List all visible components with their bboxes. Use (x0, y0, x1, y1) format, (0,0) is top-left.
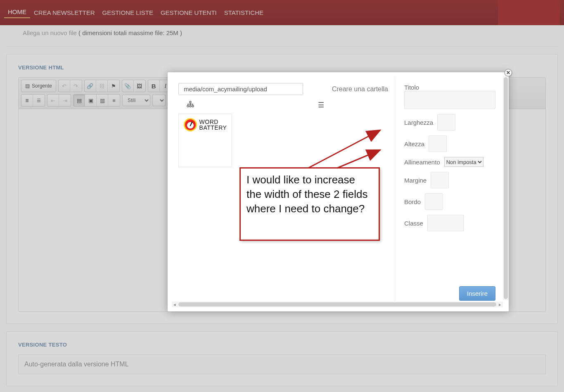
label-width: Larghezza (404, 119, 433, 126)
nav-home[interactable]: HOME (4, 7, 30, 18)
label-class: Classe (404, 220, 423, 227)
anchor-button[interactable]: ⚑ (108, 80, 119, 92)
media-properties-panel: Titolo Larghezza Altezza Allineamento No… (395, 76, 505, 307)
thumb-brand-bottom: BATTERY (199, 125, 227, 131)
link-button[interactable]: 🔗 (85, 80, 96, 92)
width-input[interactable] (437, 114, 455, 131)
modal-close-button[interactable]: ✕ (505, 69, 512, 76)
tree-icon[interactable] (187, 101, 194, 109)
media-modal: ✕ media/com_acymailing/upload Creare una… (168, 72, 509, 311)
redo-button[interactable]: ↷ (70, 80, 82, 92)
source-button[interactable]: ▤ Sorgente (21, 80, 56, 92)
svg-point-1 (187, 105, 189, 107)
attachment-button[interactable]: 📎 (122, 80, 134, 92)
height-input[interactable] (429, 135, 447, 152)
format-select[interactable]: No (152, 95, 166, 106)
nav-gestione-liste[interactable]: GESTIONE LISTE (99, 8, 157, 17)
undo-button[interactable]: ↶ (59, 80, 70, 92)
align-right-button[interactable]: ▥ (97, 95, 108, 106)
source-icon: ▤ (25, 83, 30, 89)
list-view-icon[interactable]: ☰ (318, 101, 324, 109)
styles-select[interactable]: Stili (122, 95, 150, 106)
outdent-button[interactable]: ⇤ (47, 95, 59, 106)
label-align: Allineamento (404, 159, 440, 166)
modal-horizontal-scrollbar[interactable]: ◂ ▸ (172, 302, 503, 307)
svg-point-3 (192, 105, 194, 107)
label-margin: Margine (404, 177, 427, 184)
svg-point-2 (190, 105, 191, 107)
nav-crea-newsletter[interactable]: CREA NEWSLETTER (30, 8, 99, 17)
bulleted-list-button[interactable]: ☰ (33, 95, 45, 106)
attach-link[interactable]: Allega un nuovo file (23, 29, 77, 36)
border-input[interactable] (425, 193, 443, 210)
create-folder-link[interactable]: Creare una cartella (332, 86, 388, 93)
thumb-brand-top: WORD (199, 119, 227, 125)
svg-line-5 (337, 150, 380, 168)
text-version-body: Auto-generata dalla versione HTML (18, 354, 546, 374)
title-input[interactable] (404, 91, 495, 109)
panel-text-title: VERSIONE TESTO (18, 342, 546, 348)
nav-statistiche[interactable]: STATISTICHE (220, 8, 267, 17)
class-input[interactable] (427, 215, 464, 231)
source-label: Sorgente (32, 83, 52, 89)
bold-button[interactable]: B (148, 80, 160, 92)
margin-input[interactable] (431, 172, 449, 188)
align-left-button[interactable]: ▤ (73, 95, 85, 106)
label-height: Altezza (404, 140, 424, 147)
hscroll-left-icon: ◂ (172, 302, 178, 307)
attach-size-hint: ( dimensioni totali massime file: 25M ) (78, 29, 182, 36)
svg-point-0 (190, 101, 191, 103)
nav-right-block (498, 0, 560, 25)
top-nav: HOME CREA NEWSLETTER GESTIONE LISTE GEST… (0, 0, 564, 25)
nav-gestione-utenti[interactable]: GESTIONE UTENTI (157, 8, 220, 17)
panel-text-version: VERSIONE TESTO Auto-generata dalla versi… (6, 331, 558, 386)
indent-button[interactable]: ⇥ (59, 95, 71, 106)
modal-vertical-scrollbar[interactable] (503, 76, 509, 300)
insert-button[interactable]: Inserire (459, 286, 495, 301)
media-path-field[interactable]: media/com_acymailing/upload (178, 83, 303, 95)
media-browser: media/com_acymailing/upload Creare una c… (172, 76, 395, 307)
label-title: Titolo (404, 84, 495, 91)
panel-html-title: VERSIONE HTML (18, 64, 546, 71)
thumb-logo-icon (184, 118, 197, 131)
align-center-button[interactable]: ▣ (85, 95, 97, 106)
numbered-list-button[interactable]: ≣ (21, 95, 33, 106)
svg-line-4 (308, 130, 380, 168)
align-select[interactable]: Non imposta (444, 157, 483, 167)
label-border: Bordo (404, 198, 421, 205)
align-justify-button[interactable]: ≡ (108, 95, 120, 106)
annotation-callout: I would like to increase the width of th… (239, 167, 380, 241)
attachment-hint-row: Allega un nuovo file ( dimensioni totali… (6, 25, 558, 47)
image-button[interactable]: 🖼 (134, 80, 145, 92)
media-thumbnail[interactable]: WORD BATTERY (178, 114, 232, 167)
hscroll-right-icon: ▸ (497, 302, 503, 307)
unlink-button[interactable]: ⛓ (96, 80, 108, 92)
